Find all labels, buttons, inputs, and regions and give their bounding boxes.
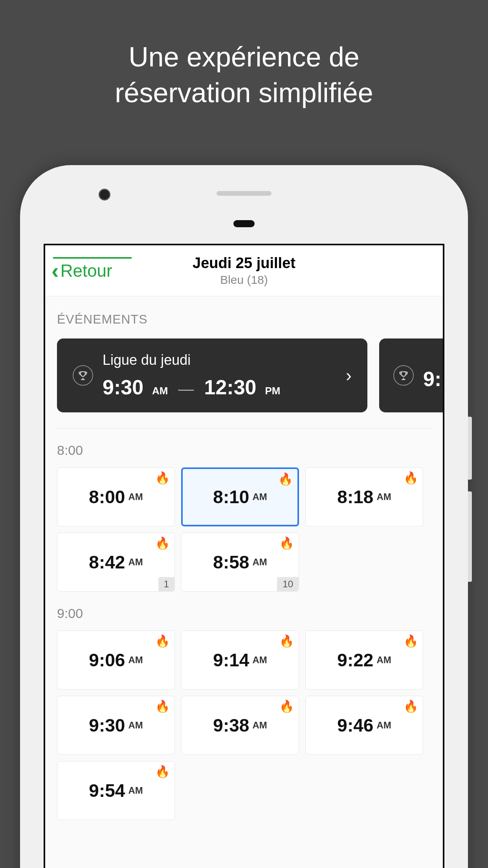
header-center: Jeudi 25 juillet Bleu (18) (193, 255, 295, 287)
time-slot[interactable]: 🔥9:38AM (181, 696, 299, 755)
slot-time: 8:58 (213, 552, 249, 573)
slot-badge: 10 (277, 577, 299, 591)
flame-icon: 🔥 (155, 699, 170, 713)
slot-grid: 🔥9:06AM🔥9:14AM🔥9:22AM🔥9:30AM🔥9:38AM🔥9:46… (45, 631, 443, 820)
slot-time: 9:46 (337, 715, 373, 736)
flame-icon: 🔥 (155, 634, 170, 648)
slot-time: 9:22 (337, 649, 373, 671)
back-button[interactable]: ‹ Retour (45, 260, 112, 282)
events-section-label: ÉVÉNEMENTS (45, 296, 443, 338)
slot-time: 9:14 (213, 649, 249, 671)
promo-line2: réservation simplifiée (115, 77, 373, 108)
content-area: ÉVÉNEMENTS Ligue du jeudi 9:30 AM — 12:3… (45, 296, 443, 868)
slot-time: 9:06 (89, 649, 125, 671)
slot-grid: 🔥8:00AM🔥8:10AM🔥8:18AM🔥8:42AM1🔥8:58AM10 (45, 467, 443, 592)
flame-icon: 🔥 (155, 536, 170, 550)
flame-icon: 🔥 (404, 634, 418, 648)
slot-ampm: AM (128, 785, 143, 796)
event-time-row: 9: (423, 367, 442, 391)
flame-icon: 🔥 (404, 471, 418, 485)
flame-icon: 🔥 (155, 765, 170, 778)
event-body: Ligue du jeudi 9:30 AM — 12:30 PM (103, 352, 338, 399)
phone-frame: ‹ Retour Jeudi 25 juillet Bleu (18) ÉVÉN… (20, 165, 468, 868)
flame-icon: 🔥 (404, 699, 418, 713)
chevron-left-icon: ‹ (51, 260, 59, 282)
time-slot[interactable]: 🔥9:30AM (57, 696, 175, 755)
time-slot[interactable]: 🔥9:14AM (181, 631, 299, 690)
slot-ampm: AM (128, 720, 143, 731)
event-time-row: 9:30 AM — 12:30 PM (103, 375, 338, 399)
slot-time: 8:42 (89, 552, 125, 573)
event-title: Ligue du jeudi (103, 352, 338, 368)
slot-time: 8:00 (89, 486, 125, 508)
hour-label: 8:00 (45, 428, 443, 467)
slot-time: 9:30 (89, 715, 125, 736)
chevron-right-icon: › (346, 366, 352, 385)
events-carousel[interactable]: Ligue du jeudi 9:30 AM — 12:30 PM › (45, 338, 443, 412)
event-body: 9: (423, 360, 442, 391)
time-slot[interactable]: 🔥9:46AM (305, 696, 423, 755)
phone-camera (99, 189, 110, 200)
event-start-time: 9: (423, 367, 441, 391)
flame-icon: 🔥 (279, 536, 294, 550)
phone-sensor (233, 220, 255, 227)
time-slot[interactable]: 🔥8:10AM (181, 467, 299, 526)
slot-ampm: AM (252, 557, 267, 568)
time-separator: — (178, 380, 194, 398)
slot-time: 8:10 (213, 486, 249, 508)
slot-time: 9:38 (213, 715, 249, 736)
app-header: ‹ Retour Jeudi 25 juillet Bleu (18) (45, 245, 443, 296)
slot-time: 8:18 (337, 486, 373, 508)
app-screen: ‹ Retour Jeudi 25 juillet Bleu (18) ÉVÉN… (44, 244, 444, 868)
flame-icon: 🔥 (279, 699, 294, 713)
back-underline (53, 257, 132, 259)
event-end-ampm: PM (265, 385, 281, 397)
slot-ampm: AM (252, 491, 267, 502)
trophy-icon (393, 365, 414, 386)
time-slot[interactable]: 🔥8:18AM (305, 467, 423, 526)
page-subtitle: Bleu (18) (193, 273, 295, 287)
phone-side-button (468, 491, 472, 582)
flame-icon: 🔥 (278, 472, 293, 486)
flame-icon: 🔥 (279, 634, 294, 648)
time-slot[interactable]: 🔥8:00AM (57, 467, 175, 526)
page-title: Jeudi 25 juillet (193, 255, 295, 272)
trophy-icon (73, 365, 93, 386)
phone-speaker (216, 191, 272, 196)
slot-ampm: AM (128, 491, 143, 502)
time-slot[interactable]: 🔥9:54AM (57, 761, 175, 820)
slot-ampm: AM (128, 655, 143, 666)
slot-ampm: AM (128, 557, 143, 568)
slot-ampm: AM (376, 720, 391, 731)
event-card[interactable]: Ligue du jeudi 9:30 AM — 12:30 PM › (57, 338, 367, 412)
slot-badge: 1 (158, 577, 174, 591)
slot-ampm: AM (376, 655, 391, 666)
time-slot[interactable]: 🔥9:06AM (57, 631, 175, 690)
back-label: Retour (61, 261, 112, 281)
event-card[interactable]: 9: (379, 338, 443, 412)
time-slot[interactable]: 🔥8:58AM10 (181, 533, 299, 592)
promo-headline: Une expérience de réservation simplifiée (0, 0, 488, 111)
event-end-time: 12:30 (204, 375, 257, 399)
hour-label: 9:00 (45, 592, 443, 631)
slot-ampm: AM (252, 655, 267, 666)
event-start-ampm: AM (152, 385, 168, 397)
slot-ampm: AM (252, 720, 267, 731)
slot-time: 9:54 (89, 780, 125, 801)
phone-side-button (468, 417, 472, 480)
slot-ampm: AM (376, 491, 391, 502)
promo-line1: Une expérience de (128, 42, 360, 72)
time-slot[interactable]: 🔥9:22AM (305, 631, 423, 690)
flame-icon: 🔥 (155, 471, 170, 485)
time-slot[interactable]: 🔥8:42AM1 (57, 533, 175, 592)
event-start-time: 9:30 (103, 375, 143, 399)
